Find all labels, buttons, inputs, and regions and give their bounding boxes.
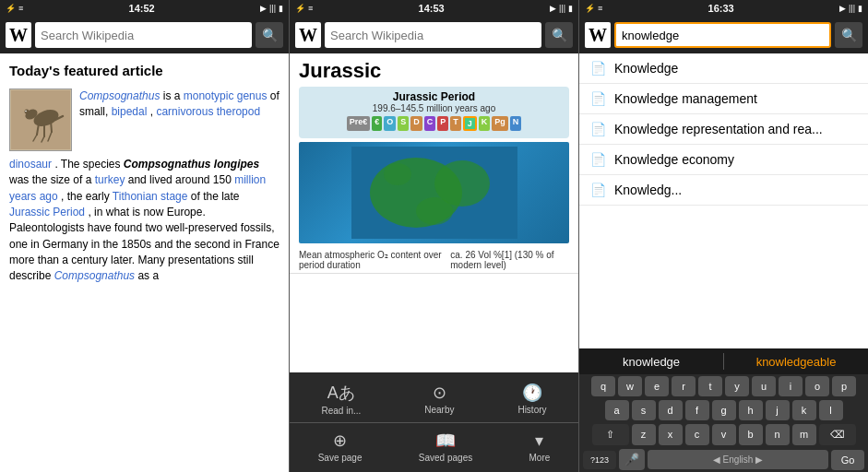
dinosaur-link[interactable]: dinosaur	[9, 158, 52, 171]
more-button[interactable]: ▾ More	[524, 427, 556, 466]
status-right-icons-2: ▶ ||| ▮	[550, 4, 573, 13]
key-z[interactable]: z	[632, 424, 656, 445]
svg-point-3	[25, 109, 30, 113]
history-button[interactable]: 🕐 History	[512, 378, 552, 419]
article-thumbnail	[9, 88, 72, 151]
status-bar-1: ⚡ ≡ 14:52 ▶ ||| ▮	[0, 0, 289, 17]
key-c[interactable]: c	[685, 424, 709, 445]
nav-section: Aあ Read in... ⊙ Nearby 🕐 History ⊕	[290, 376, 578, 468]
key-o[interactable]: o	[805, 376, 829, 396]
panel-3: ⚡ ≡ 16:33 ▶ ||| ▮ W 🔍 📄 Knowledge 📄 Know…	[579, 0, 868, 472]
search-input-2[interactable]	[325, 22, 541, 48]
status-bar-3: ⚡ ≡ 16:33 ▶ ||| ▮	[579, 0, 868, 17]
jurassic-table-sub: 199.6–145.5 million years ago	[306, 103, 562, 113]
key-p[interactable]: p	[832, 376, 856, 396]
period-S: S	[398, 116, 409, 131]
bottom-row: ?123 🎤 ◀ English ▶ Go	[579, 447, 868, 472]
period-J: J	[463, 116, 477, 131]
jurassic-link[interactable]: Jurassic Period	[9, 206, 85, 218]
svg-point-15	[416, 197, 453, 225]
key-j[interactable]: j	[766, 400, 790, 420]
key-g[interactable]: g	[712, 400, 736, 420]
space-key[interactable]: ◀ English ▶	[648, 450, 828, 469]
suggestion-item-4[interactable]: 📄 Knowledg...	[579, 175, 868, 206]
monotypic-link[interactable]: monotypic genus	[184, 89, 268, 102]
key-n[interactable]: n	[766, 424, 790, 445]
saved-pages-icon: 📖	[435, 431, 456, 451]
key-e[interactable]: e	[645, 376, 669, 396]
search-button-1[interactable]: 🔍	[256, 22, 283, 48]
compsognathus-link[interactable]: Compsognathus	[79, 89, 160, 102]
period-N: N	[510, 116, 522, 131]
turkey-link[interactable]: turkey	[95, 173, 125, 186]
go-key[interactable]: Go	[831, 450, 864, 470]
suggestion-item-2[interactable]: 📄 Knowledge representation and rea...	[579, 114, 868, 145]
search-button-3[interactable]: 🔍	[835, 22, 862, 48]
wifi-icon: |||	[269, 4, 276, 13]
caption-right: ca. 26 Vol %[1] (130 % of modern level)	[450, 250, 569, 270]
save-page-button[interactable]: ⊕ Save page	[313, 427, 368, 466]
signal-icon-2: ▶	[550, 4, 556, 13]
key-f[interactable]: f	[685, 400, 709, 420]
period-C: C	[424, 116, 436, 131]
delete-key[interactable]: ⌫	[819, 424, 856, 445]
word-suggestion-0[interactable]: knowledge	[579, 355, 723, 369]
key-v[interactable]: v	[712, 424, 736, 445]
map-caption: Mean atmospheric O₂ content over period …	[290, 247, 578, 274]
read-in-button[interactable]: Aあ Read in...	[315, 378, 366, 419]
word-suggestion-1[interactable]: knowledgeable	[724, 355, 868, 369]
suggestion-text-0: Knowledge	[614, 61, 678, 76]
key-q[interactable]: q	[591, 376, 615, 396]
period-K: K	[479, 116, 491, 131]
key-s[interactable]: s	[632, 400, 656, 420]
caption-left: Mean atmospheric O₂ content over period …	[299, 250, 450, 270]
doc-icon-0: 📄	[590, 61, 605, 76]
status-right-icons-3: ▶ ||| ▮	[839, 4, 862, 13]
shift-key[interactable]: ⇧	[592, 424, 629, 445]
key-i[interactable]: i	[779, 376, 803, 396]
key-m[interactable]: m	[792, 424, 816, 445]
suggestion-item-3[interactable]: 📄 Knowledge economy	[579, 145, 868, 175]
suggestion-item-1[interactable]: 📄 Knowledge management	[579, 84, 868, 114]
suggestion-text-1: Knowledge management	[614, 91, 757, 106]
panel-2: ⚡ ≡ 14:53 ▶ ||| ▮ W 🔍 Jurassic Jurassic …	[290, 0, 579, 472]
svg-line-10	[51, 121, 52, 132]
key-y[interactable]: y	[725, 376, 749, 396]
nearby-button[interactable]: ⊙ Nearby	[419, 378, 459, 419]
key-b[interactable]: b	[739, 424, 763, 445]
jurassic-table-title: Jurassic Period	[306, 90, 562, 103]
key-row-2: a s d f g h j k l	[579, 398, 868, 422]
key-t[interactable]: t	[698, 376, 722, 396]
search-button-2[interactable]: 🔍	[545, 22, 573, 48]
key-k[interactable]: k	[792, 400, 816, 420]
search-input-1[interactable]	[35, 22, 252, 48]
key-d[interactable]: d	[659, 400, 683, 420]
mic-key[interactable]: 🎤	[619, 449, 645, 470]
key-u[interactable]: u	[752, 376, 776, 396]
status-bar-2: ⚡ ≡ 14:53 ▶ ||| ▮	[290, 0, 578, 17]
nav-row-2: ⊕ Save page 📖 Saved pages ▾ More	[290, 427, 578, 466]
key-r[interactable]: r	[672, 376, 696, 396]
usb-icon-3: ⚡	[585, 4, 595, 13]
tithonian-link[interactable]: Tithonian stage	[113, 190, 188, 203]
period-P: P	[437, 116, 448, 131]
saved-pages-button[interactable]: 📖 Saved pages	[413, 427, 478, 466]
compsognathus-link2[interactable]: Compsognathus	[54, 269, 135, 282]
battery-icon: ▮	[279, 4, 283, 13]
carnivorous-link[interactable]: carnivorous theropod	[156, 105, 260, 118]
key-a[interactable]: a	[605, 400, 629, 420]
key-w[interactable]: w	[618, 376, 642, 396]
key-l[interactable]: l	[819, 400, 843, 420]
search-input-3[interactable]	[614, 22, 831, 48]
key-x[interactable]: x	[659, 424, 683, 445]
status-left-icons-3: ⚡ ≡	[585, 4, 602, 13]
number-key[interactable]: ?123	[583, 451, 616, 469]
more-icon: ▾	[535, 431, 543, 451]
bipedal-link[interactable]: bipedal	[112, 105, 148, 118]
usb-icon-2: ⚡	[295, 4, 305, 13]
wifi-icon-3: |||	[849, 4, 855, 13]
doc-icon-3: 📄	[590, 152, 605, 167]
suggestion-item-0[interactable]: 📄 Knowledge	[579, 53, 868, 84]
key-h[interactable]: h	[739, 400, 763, 420]
clock-1: 14:52	[129, 3, 155, 14]
